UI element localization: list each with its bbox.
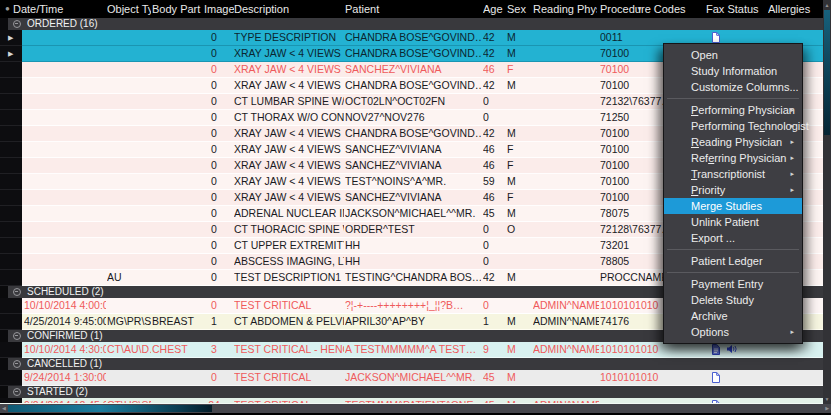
cell-patient: JACKSON^MICHAEL^^MR.: [345, 206, 481, 222]
table-row[interactable]: 9/24/2014 1:30:00 P…0TEST CRITICALJACKSO…: [0, 370, 823, 386]
section-header-ordered[interactable]: ORDERED (16): [8, 18, 823, 30]
cell-patient: TESTING^CHANDRA BOS…: [345, 270, 481, 286]
column-header-allergies[interactable]: Allergies: [768, 0, 822, 18]
grid-options-icon[interactable]: ●: [5, 0, 10, 18]
column-header-datetime[interactable]: Date/Time: [13, 0, 103, 18]
cell-datetime: 10/10/2014 4:30:00 …: [24, 342, 106, 358]
row-marker-gutter: ▶: [0, 46, 22, 62]
menu-item-reading-physician[interactable]: Reading Physician▸: [664, 134, 802, 150]
cell-description: ABSCESS IMAGING, LTD A…: [234, 254, 344, 270]
menu-item-referring-physician[interactable]: Referring Physician▸: [664, 150, 802, 166]
menu-item-label: Delete Study: [691, 294, 754, 306]
column-header-fax_status[interactable]: Fax Status: [706, 0, 764, 18]
menu-item-payment-entry[interactable]: Payment Entry: [664, 276, 802, 292]
menu-separator: [667, 249, 799, 250]
collapse-icon[interactable]: [13, 360, 21, 368]
collapse-icon[interactable]: [13, 20, 21, 28]
row-marker-gutter: [0, 238, 22, 254]
menu-item-priority[interactable]: Priority▸: [664, 182, 802, 198]
submenu-arrow-icon: ▸: [790, 324, 794, 340]
menu-item-customize-columns[interactable]: Customize Columns...: [664, 79, 802, 95]
submenu-arrow-icon: ▸: [790, 182, 794, 198]
cell-reading_physician: [533, 206, 599, 222]
submenu-arrow-icon: ▸: [790, 118, 794, 134]
menu-item-transcriptionist[interactable]: Transcriptionist▸: [664, 166, 802, 182]
collapse-icon[interactable]: [13, 288, 21, 296]
menu-item-open[interactable]: Open: [664, 47, 802, 63]
cell-age: 0: [483, 110, 505, 126]
cell-age: 42: [483, 46, 505, 62]
menu-item-archive[interactable]: Archive: [664, 308, 802, 324]
menu-item-export[interactable]: Export ...: [664, 230, 802, 246]
cell-object_type: [107, 142, 151, 158]
horizontal-scrollbar-thumb[interactable]: [8, 405, 212, 412]
cell-sex: M: [507, 314, 531, 330]
cell-age: 42: [483, 126, 505, 142]
cell-datetime: [24, 78, 106, 94]
column-header-sex[interactable]: Sex: [507, 0, 531, 18]
menu-item-performing-physician[interactable]: Performing Physician▸: [664, 102, 802, 118]
scroll-left-icon[interactable]: ◀: [2, 404, 6, 413]
section-header-started[interactable]: STARTED (2): [8, 386, 823, 398]
cell-sex: [507, 254, 531, 270]
menu-item-merge-studies[interactable]: Merge Studies: [664, 198, 802, 214]
vertical-scrollbar-thumb[interactable]: [824, 10, 830, 135]
horizontal-scrollbar[interactable]: ◀ ▶: [0, 404, 831, 413]
cell-age: 46: [483, 158, 505, 174]
column-header-reading_physician[interactable]: Reading Physician: [533, 0, 597, 18]
table-row[interactable]: 10/10/2014 4:30:00 …CT\AU\D…CHEST3TEST C…: [0, 342, 823, 358]
cell-reading_physician: ADMIN^NAME: [533, 342, 599, 358]
cell-age: 42: [483, 30, 505, 46]
submenu-arrow-icon: ▸: [790, 150, 794, 166]
scroll-down-icon[interactable]: ▼: [823, 395, 831, 403]
cell-patient: ORDER^TEST: [345, 222, 481, 238]
cell-body_part: [152, 270, 202, 286]
cell-reading_physician: [533, 78, 599, 94]
cell-datetime: [24, 94, 106, 110]
cell-object_type: [107, 62, 151, 78]
cell-sex: O: [507, 222, 531, 238]
cell-sex: [507, 298, 531, 314]
cell-object_type: AU: [107, 270, 151, 286]
column-header-body_part[interactable]: Body Part: [152, 0, 202, 18]
menu-separator: [667, 272, 799, 273]
column-header-description[interactable]: Description: [234, 0, 342, 18]
menu-item-delete-study[interactable]: Delete Study: [664, 292, 802, 308]
cell-allergies: [768, 370, 823, 386]
report-icon[interactable]: [712, 344, 720, 355]
cell-procedure_codes: 1010101010: [600, 342, 700, 358]
column-header-procedure_codes[interactable]: Procedure Codes: [600, 0, 686, 18]
cell-description: CT THORAX W/O CONTRA…: [234, 110, 344, 126]
menu-item-options[interactable]: Options▸: [664, 324, 802, 340]
cell-body_part: [152, 238, 202, 254]
cell-images: 0: [200, 270, 228, 286]
cell-description: XRAY JAW < 4 VIEWS: [234, 46, 344, 62]
selected-row-arrow-icon: ▶: [8, 30, 13, 46]
menu-item-performing-technologist[interactable]: Performing Technologist▸: [664, 118, 802, 134]
collapse-icon[interactable]: [13, 332, 21, 340]
column-header-object_type[interactable]: Object Type: [107, 0, 151, 18]
cell-fax_status: [706, 370, 766, 386]
cell-images: 0: [200, 94, 228, 110]
menu-item-study-information[interactable]: Study Information: [664, 63, 802, 79]
document-icon[interactable]: [712, 372, 720, 383]
menu-item-unlink-patient[interactable]: Unlink Patient: [664, 214, 802, 230]
row-marker-gutter: [0, 206, 22, 222]
document-icon[interactable]: [712, 32, 720, 43]
column-header-patient[interactable]: Patient: [345, 0, 475, 18]
column-header-age[interactable]: Age: [483, 0, 505, 18]
column-header-images[interactable]: Images: [204, 0, 234, 18]
collapse-icon[interactable]: [13, 388, 21, 396]
submenu-arrow-icon: ▸: [790, 134, 794, 150]
menu-item-patient-ledger[interactable]: Patient Ledger: [664, 253, 802, 269]
cell-age: 0: [483, 254, 505, 270]
scroll-right-icon[interactable]: ▶: [825, 404, 829, 413]
vertical-scrollbar[interactable]: ▲ ▼: [823, 0, 831, 404]
menu-item-label: Transcriptionist: [691, 168, 765, 180]
scroll-up-icon[interactable]: ▲: [823, 1, 831, 9]
menu-item-label: Archive: [691, 310, 728, 322]
cell-object_type: MG\PR\SR: [107, 314, 151, 330]
section-header-cancelled[interactable]: CANCELLED (1): [8, 358, 823, 370]
audio-icon[interactable]: [726, 344, 737, 354]
cell-sex: M: [507, 206, 531, 222]
